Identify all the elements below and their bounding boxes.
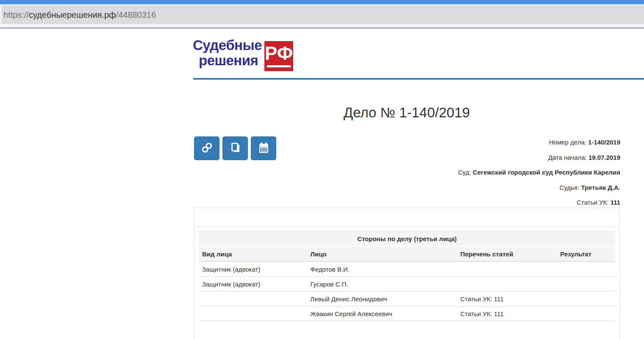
meta-label: Статьи УК: xyxy=(577,199,608,206)
col-header-result: Результат xyxy=(557,246,615,261)
browser-top-strip xyxy=(0,0,644,4)
cell-articles xyxy=(457,277,557,292)
case-meta: Номер дела: 1-140/2019 Дата начала: 19.0… xyxy=(239,135,620,210)
page-title: Дело № 1-140/2019 xyxy=(193,104,621,121)
table-row: Защитник (адвокат) Гусаров С.П. xyxy=(199,277,615,292)
cell-articles: Статьи УК: 111 xyxy=(457,292,557,306)
table-header-row: Вид лица Лицо Перечень статей Результат xyxy=(199,246,615,261)
meta-court: Суд: Сегежский городской суд Республики … xyxy=(239,165,620,180)
logo-line2: решения xyxy=(199,53,262,68)
logo-text: Судебные решения xyxy=(193,38,262,71)
panel-toolbar xyxy=(194,208,619,227)
meta-value: Третьяк Д.А. xyxy=(581,184,620,191)
meta-label: Суд: xyxy=(458,169,471,176)
cell-person-type xyxy=(199,306,307,321)
cell-person: Федотов В.И. xyxy=(307,261,457,277)
cell-person-type: Защитник (адвокат) xyxy=(199,261,307,277)
meta-label: Дата начала: xyxy=(548,154,587,161)
url-scheme: https:// xyxy=(3,10,29,19)
site-logo[interactable]: Судебные решения РФ xyxy=(193,38,293,71)
table-title: Стороны по делу (третьи лица) xyxy=(199,231,615,247)
cell-result xyxy=(557,306,615,321)
link-button[interactable] xyxy=(194,136,219,160)
cell-articles: Статьи УК: 111 xyxy=(457,306,557,321)
address-bar[interactable]: https://судебныерешения.рф/44880316 xyxy=(0,6,644,24)
meta-label: Номер дела: xyxy=(549,139,586,146)
cell-result xyxy=(557,292,615,306)
col-header-articles: Перечень статей xyxy=(457,246,557,261)
cell-person: Левый Денис Леонидович xyxy=(307,292,457,306)
link-icon xyxy=(201,142,213,155)
window-edge xyxy=(0,6,2,24)
cell-person-type xyxy=(199,292,307,306)
parties-panel: Стороны по делу (третьи лица) Вид лица Л… xyxy=(194,208,620,339)
cell-person: Гусаров С.П. xyxy=(307,277,457,292)
parties-table-wrap: Стороны по делу (третьи лица) Вид лица Л… xyxy=(194,227,619,325)
logo-line1: Судебные xyxy=(193,38,262,53)
url-path: /44880316 xyxy=(116,10,156,19)
url-domain: судебныерешения.рф xyxy=(29,10,116,19)
meta-value: 19.07.2019 xyxy=(588,154,620,161)
browser-bottom-border xyxy=(0,27,644,29)
parties-table: Стороны по делу (третьи лица) Вид лица Л… xyxy=(199,231,615,321)
cell-person-type: Защитник (адвокат) xyxy=(199,277,307,292)
table-title-row: Стороны по делу (третьи лица) xyxy=(199,231,615,247)
rf-badge-text: РФ xyxy=(265,43,293,64)
table-row: Защитник (адвокат) Федотов В.И. xyxy=(199,261,615,277)
meta-judge: Судья: Третьяк Д.А. xyxy=(239,180,620,195)
meta-start-date: Дата начала: 19.07.2019 xyxy=(239,150,620,165)
header-divider xyxy=(193,78,644,80)
cell-result xyxy=(557,277,615,292)
browser-bottom-strip xyxy=(0,24,644,27)
rf-badge-underline xyxy=(267,65,291,67)
col-header-person: Лицо xyxy=(307,246,457,261)
table-row: Жвакин Сергей Алексеевич Статьи УК: 111 xyxy=(199,306,615,321)
cell-result xyxy=(557,261,615,277)
meta-value: 1-140/2019 xyxy=(588,139,620,146)
cell-articles xyxy=(457,261,557,277)
cell-person: Жвакин Сергей Алексеевич xyxy=(307,306,457,321)
table-row: Левый Денис Леонидович Статьи УК: 111 xyxy=(199,292,615,306)
meta-value: Сегежский городской суд Республики Карел… xyxy=(473,169,620,176)
col-header-person-type: Вид лица xyxy=(199,246,307,261)
meta-label: Судья: xyxy=(559,184,579,191)
rf-badge: РФ xyxy=(264,41,293,71)
meta-case-number: Номер дела: 1-140/2019 xyxy=(239,135,620,150)
meta-value: 111 xyxy=(611,199,620,206)
